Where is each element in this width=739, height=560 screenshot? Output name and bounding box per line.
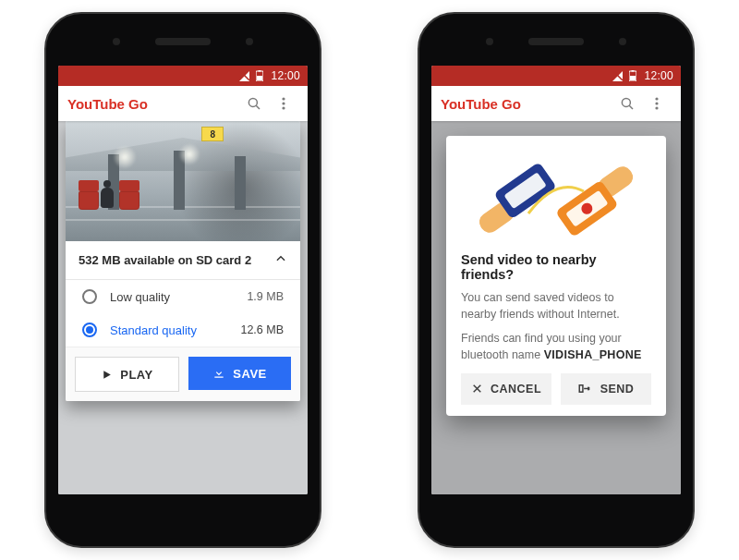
app-title: YouTube Go [67, 96, 148, 112]
battery-icon [256, 70, 263, 81]
svg-point-15 [655, 97, 658, 100]
save-label: SAVE [233, 367, 266, 381]
share-dialog: Send video to nearby friends? You can se… [446, 136, 666, 416]
dialog-body-1: You can send saved videos to nearby frie… [461, 289, 651, 323]
earpiece [528, 38, 584, 45]
svg-rect-11 [632, 70, 635, 72]
share-illustration [461, 149, 651, 250]
dialog-actions: PLAY SAVE [66, 347, 300, 401]
svg-point-4 [248, 98, 257, 106]
play-label: PLAY [120, 368, 152, 382]
quality-label: Low quality [110, 290, 247, 304]
svg-rect-3 [257, 76, 262, 80]
quality-size: 12.6 MB [240, 323, 284, 336]
search-icon[interactable] [239, 89, 269, 118]
send-label: SEND [600, 383, 635, 396]
save-button[interactable]: SAVE [188, 357, 291, 390]
dialog-actions: CANCEL SEND [461, 373, 651, 405]
cancel-button[interactable]: CANCEL [461, 373, 551, 405]
svg-point-8 [282, 106, 285, 109]
quality-option-low[interactable]: Low quality 1.9 MB [66, 280, 300, 313]
play-icon [101, 369, 113, 381]
app-bar: YouTube Go [431, 86, 681, 121]
bluetooth-name: VIDISHA_PHONE [544, 348, 642, 361]
radio-unchecked-icon [82, 289, 97, 304]
overflow-icon[interactable] [269, 89, 298, 118]
storage-row[interactable]: 532 MB available on SD card 2 [66, 241, 300, 280]
no-signal-icon [238, 71, 250, 81]
app-title: YouTube Go [441, 96, 521, 112]
status-bar: 12:00 [58, 66, 308, 86]
search-icon[interactable] [612, 89, 642, 118]
status-bar: 12:00 [431, 66, 681, 86]
quality-size: 1.9 MB [247, 290, 284, 303]
phone-right: 12:00 YouTube Go SEND [418, 12, 695, 548]
download-icon [212, 367, 225, 380]
storage-text: 532 MB available on SD card 2 [79, 253, 251, 267]
battery-icon [629, 70, 636, 81]
svg-line-14 [629, 105, 633, 109]
dialog-title: Send video to nearby friends? [461, 252, 651, 282]
quality-option-standard[interactable]: Standard quality 12.6 MB [66, 313, 300, 347]
svg-point-16 [655, 102, 658, 104]
status-time: 12:00 [644, 69, 673, 82]
play-button[interactable]: PLAY [75, 357, 179, 392]
cancel-label: CANCEL [491, 383, 541, 396]
screen-right: 12:00 YouTube Go SEND [431, 66, 681, 494]
quality-label: Standard quality [110, 323, 240, 337]
download-dialog: 8 532 MB available on SD card 2 Low qual… [66, 121, 300, 401]
svg-point-7 [282, 102, 285, 104]
close-icon [471, 383, 483, 395]
chevron-up-icon [274, 252, 287, 268]
svg-rect-2 [259, 70, 261, 72]
svg-rect-29 [579, 385, 583, 392]
send-icon [578, 383, 593, 395]
svg-point-6 [282, 97, 285, 100]
video-preview: 8 [66, 121, 300, 241]
svg-point-17 [655, 106, 658, 109]
send-button[interactable]: SEND [561, 373, 651, 405]
no-signal-icon [612, 71, 624, 81]
overflow-icon[interactable] [642, 89, 672, 118]
screen-left: 12:00 YouTube Go [58, 66, 308, 494]
svg-rect-12 [630, 76, 636, 80]
platform-sign: 8 [201, 127, 224, 141]
status-time: 12:00 [271, 69, 300, 82]
dialog-body-2: Friends can find you using your bluetoot… [461, 330, 651, 363]
svg-line-5 [256, 105, 260, 109]
radio-checked-icon [82, 323, 97, 337]
app-bar: YouTube Go [58, 86, 308, 121]
svg-point-13 [622, 98, 630, 106]
earpiece [155, 38, 211, 45]
phone-left: 12:00 YouTube Go [44, 12, 321, 548]
